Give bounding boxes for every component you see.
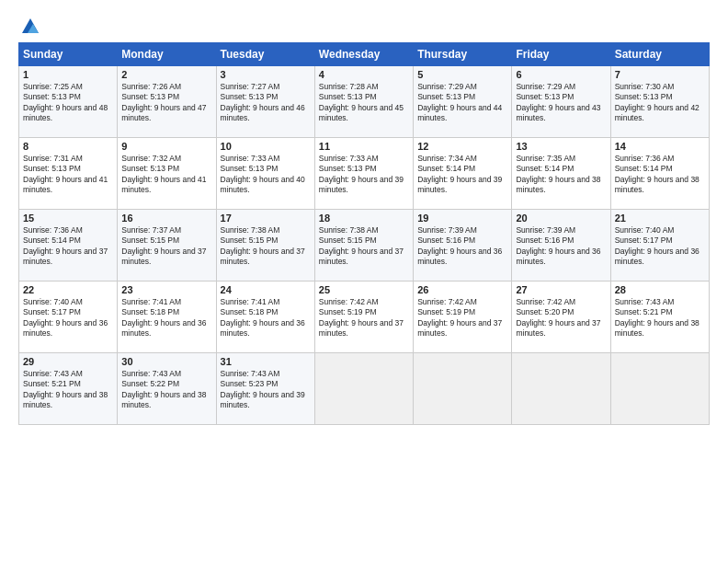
table-row: 6Sunrise: 7:29 AMSunset: 5:13 PMDaylight… (512, 66, 610, 138)
table-row: 15Sunrise: 7:36 AMSunset: 5:14 PMDayligh… (19, 210, 118, 282)
day-info: Sunrise: 7:25 AMSunset: 5:13 PMDaylight:… (23, 82, 113, 124)
day-number: 25 (319, 284, 409, 295)
table-row: 10Sunrise: 7:33 AMSunset: 5:13 PMDayligh… (216, 138, 314, 210)
table-row: 20Sunrise: 7:39 AMSunset: 5:16 PMDayligh… (512, 210, 610, 282)
day-number: 5 (417, 69, 507, 80)
day-info: Sunrise: 7:39 AMSunset: 5:16 PMDaylight:… (417, 225, 507, 268)
day-number: 23 (121, 284, 211, 295)
table-row: 22Sunrise: 7:40 AMSunset: 5:17 PMDayligh… (19, 282, 118, 353)
table-row: 12Sunrise: 7:34 AMSunset: 5:14 PMDayligh… (414, 138, 512, 210)
header (18, 17, 710, 33)
table-row: 26Sunrise: 7:42 AMSunset: 5:19 PMDayligh… (414, 282, 512, 353)
day-info: Sunrise: 7:42 AMSunset: 5:20 PMDaylight:… (516, 297, 606, 339)
day-info: Sunrise: 7:27 AMSunset: 5:13 PMDaylight:… (221, 82, 311, 124)
table-row: 3Sunrise: 7:27 AMSunset: 5:13 PMDaylight… (216, 66, 314, 138)
table-row: 4Sunrise: 7:28 AMSunset: 5:13 PMDaylight… (314, 66, 413, 138)
day-number: 1 (23, 69, 113, 80)
day-info: Sunrise: 7:35 AMSunset: 5:14 PMDaylight:… (516, 154, 606, 196)
day-info: Sunrise: 7:34 AMSunset: 5:14 PMDaylight:… (417, 154, 507, 196)
day-number: 31 (221, 356, 311, 367)
calendar-week: 1Sunrise: 7:25 AMSunset: 5:13 PMDaylight… (19, 66, 710, 138)
day-info: Sunrise: 7:28 AMSunset: 5:13 PMDaylight:… (319, 82, 409, 124)
table-row: 30Sunrise: 7:43 AMSunset: 5:22 PMDayligh… (118, 353, 216, 425)
day-number: 7 (615, 69, 705, 80)
logo-icon (20, 17, 40, 37)
table-row: 27Sunrise: 7:42 AMSunset: 5:20 PMDayligh… (512, 282, 610, 353)
table-row: 18Sunrise: 7:38 AMSunset: 5:15 PMDayligh… (314, 210, 413, 282)
day-number: 15 (23, 213, 113, 224)
day-info: Sunrise: 7:40 AMSunset: 5:17 PMDaylight:… (23, 297, 113, 339)
day-number: 20 (516, 213, 606, 224)
table-row: 24Sunrise: 7:41 AMSunset: 5:18 PMDayligh… (216, 282, 314, 353)
table-row: 17Sunrise: 7:38 AMSunset: 5:15 PMDayligh… (216, 210, 314, 282)
table-row: 2Sunrise: 7:26 AMSunset: 5:13 PMDaylight… (118, 66, 216, 138)
table-row: 19Sunrise: 7:39 AMSunset: 5:16 PMDayligh… (414, 210, 512, 282)
weekday-header: Sunday (19, 43, 118, 66)
day-info: Sunrise: 7:30 AMSunset: 5:13 PMDaylight:… (615, 82, 705, 124)
day-info: Sunrise: 7:41 AMSunset: 5:18 PMDaylight:… (221, 297, 311, 339)
day-info: Sunrise: 7:42 AMSunset: 5:19 PMDaylight:… (417, 297, 507, 339)
day-number: 3 (221, 69, 311, 80)
calendar-week: 29Sunrise: 7:43 AMSunset: 5:21 PMDayligh… (19, 353, 710, 425)
day-info: Sunrise: 7:29 AMSunset: 5:13 PMDaylight:… (417, 82, 507, 124)
weekday-header: Friday (512, 43, 610, 66)
table-row: 14Sunrise: 7:36 AMSunset: 5:14 PMDayligh… (610, 138, 709, 210)
day-info: Sunrise: 7:36 AMSunset: 5:14 PMDaylight:… (23, 225, 113, 268)
day-info: Sunrise: 7:36 AMSunset: 5:14 PMDaylight:… (615, 154, 705, 196)
table-row (512, 353, 610, 425)
day-number: 28 (615, 284, 705, 295)
day-number: 24 (221, 284, 311, 295)
day-info: Sunrise: 7:40 AMSunset: 5:17 PMDaylight:… (615, 225, 705, 268)
table-row: 16Sunrise: 7:37 AMSunset: 5:15 PMDayligh… (118, 210, 216, 282)
weekday-header: Monday (118, 43, 216, 66)
day-info: Sunrise: 7:31 AMSunset: 5:13 PMDaylight:… (23, 154, 113, 196)
table-row: 29Sunrise: 7:43 AMSunset: 5:21 PMDayligh… (19, 353, 118, 425)
day-info: Sunrise: 7:41 AMSunset: 5:18 PMDaylight:… (121, 297, 211, 339)
table-row (610, 353, 709, 425)
day-info: Sunrise: 7:42 AMSunset: 5:19 PMDaylight:… (319, 297, 409, 339)
day-number: 13 (516, 141, 606, 152)
day-number: 27 (516, 284, 606, 295)
table-row (414, 353, 512, 425)
day-info: Sunrise: 7:43 AMSunset: 5:21 PMDaylight:… (23, 369, 113, 411)
day-info: Sunrise: 7:43 AMSunset: 5:21 PMDaylight:… (615, 297, 705, 339)
day-number: 21 (615, 213, 705, 224)
calendar-week: 8Sunrise: 7:31 AMSunset: 5:13 PMDaylight… (19, 138, 710, 210)
day-number: 30 (121, 356, 211, 367)
day-number: 16 (121, 213, 211, 224)
day-number: 4 (319, 69, 409, 80)
table-row: 21Sunrise: 7:40 AMSunset: 5:17 PMDayligh… (610, 210, 709, 282)
weekday-header: Wednesday (314, 43, 413, 66)
table-row: 8Sunrise: 7:31 AMSunset: 5:13 PMDaylight… (19, 138, 118, 210)
calendar-page: SundayMondayTuesdayWednesdayThursdayFrid… (0, 0, 728, 563)
table-row: 31Sunrise: 7:43 AMSunset: 5:23 PMDayligh… (216, 353, 314, 425)
header-row: SundayMondayTuesdayWednesdayThursdayFrid… (19, 43, 710, 66)
table-row: 25Sunrise: 7:42 AMSunset: 5:19 PMDayligh… (314, 282, 413, 353)
day-number: 14 (615, 141, 705, 152)
logo (18, 17, 40, 33)
table-row: 11Sunrise: 7:33 AMSunset: 5:13 PMDayligh… (314, 138, 413, 210)
day-number: 8 (23, 141, 113, 152)
table-row: 1Sunrise: 7:25 AMSunset: 5:13 PMDaylight… (19, 66, 118, 138)
day-number: 12 (417, 141, 507, 152)
table-row: 13Sunrise: 7:35 AMSunset: 5:14 PMDayligh… (512, 138, 610, 210)
day-number: 2 (121, 69, 211, 80)
day-info: Sunrise: 7:32 AMSunset: 5:13 PMDaylight:… (121, 154, 211, 196)
table-row: 9Sunrise: 7:32 AMSunset: 5:13 PMDaylight… (118, 138, 216, 210)
table-row: 28Sunrise: 7:43 AMSunset: 5:21 PMDayligh… (610, 282, 709, 353)
day-info: Sunrise: 7:29 AMSunset: 5:13 PMDaylight:… (516, 82, 606, 124)
weekday-header: Thursday (414, 43, 512, 66)
day-info: Sunrise: 7:33 AMSunset: 5:13 PMDaylight:… (319, 154, 409, 196)
day-number: 10 (221, 141, 311, 152)
table-row: 23Sunrise: 7:41 AMSunset: 5:18 PMDayligh… (118, 282, 216, 353)
day-number: 29 (23, 356, 113, 367)
day-info: Sunrise: 7:33 AMSunset: 5:13 PMDaylight:… (221, 154, 311, 196)
day-number: 6 (516, 69, 606, 80)
day-number: 22 (23, 284, 113, 295)
day-number: 19 (417, 213, 507, 224)
day-info: Sunrise: 7:38 AMSunset: 5:15 PMDaylight:… (319, 225, 409, 268)
day-info: Sunrise: 7:43 AMSunset: 5:22 PMDaylight:… (121, 369, 211, 411)
calendar-week: 22Sunrise: 7:40 AMSunset: 5:17 PMDayligh… (19, 282, 710, 353)
weekday-header: Saturday (610, 43, 709, 66)
day-info: Sunrise: 7:39 AMSunset: 5:16 PMDaylight:… (516, 225, 606, 268)
